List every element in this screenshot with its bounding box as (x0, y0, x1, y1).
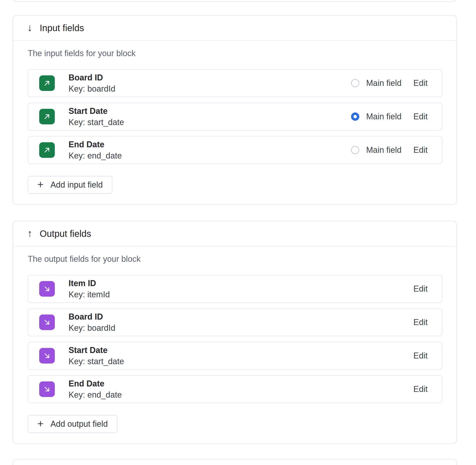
main-field-label[interactable]: Main field (366, 112, 401, 121)
previous-card-partial (13, 0, 457, 2)
field-text: End Date Key: end_date (68, 379, 122, 399)
main-field-label[interactable]: Main field (366, 145, 401, 155)
plus-icon: + (37, 179, 44, 190)
input-field-row: Board ID Key: boardId Main field Edit (28, 69, 442, 97)
edit-button[interactable]: Edit (413, 145, 428, 155)
row-controls: Main field Edit (351, 112, 428, 121)
arrow-up-right-icon (39, 109, 55, 124)
field-name: End Date (68, 140, 122, 149)
row-controls: Edit (413, 384, 428, 394)
arrow-up-right-icon (39, 75, 55, 91)
main-field-radio[interactable] (351, 113, 359, 121)
arrow-down-right-icon (39, 281, 55, 297)
field-name: Board ID (68, 73, 115, 82)
edit-button[interactable]: Edit (413, 78, 428, 88)
edit-button[interactable]: Edit (413, 351, 428, 360)
arrow-down-right-icon (39, 381, 55, 397)
row-controls: Main field Edit (351, 145, 428, 155)
input-field-row: End Date Key: end_date Main field Edit (28, 136, 442, 164)
field-text: Start Date Key: start_date (68, 106, 124, 127)
field-name: Item ID (68, 279, 110, 288)
field-text: Start Date Key: start_date (68, 346, 124, 366)
field-key: Key: end_date (68, 151, 122, 160)
field-text: End Date Key: end_date (68, 140, 122, 160)
arrow-up-right-icon (39, 142, 55, 158)
row-controls: Main field Edit (351, 78, 428, 88)
field-key: Key: boardId (68, 323, 115, 333)
add-output-field-label: Add output field (50, 419, 108, 429)
input-field-row: Start Date Key: start_date Main field Ed… (28, 103, 442, 131)
arrow-up-icon: ↑ (27, 228, 32, 238)
main-field-radio[interactable] (351, 146, 359, 154)
field-text: Item ID Key: itemId (68, 279, 110, 299)
field-name: End Date (68, 379, 122, 388)
field-text: Board ID Key: boardId (68, 73, 115, 93)
output-fields-header: ↑ Output fields (13, 221, 456, 246)
field-key: Key: itemId (68, 290, 110, 299)
next-card-partial (13, 459, 457, 465)
edit-button[interactable]: Edit (413, 317, 428, 327)
field-name: Board ID (68, 312, 115, 321)
field-key: Key: boardId (68, 84, 115, 94)
arrow-down-right-icon (39, 348, 55, 363)
edit-button[interactable]: Edit (413, 284, 428, 294)
input-fields-card: ↓ Input fields The input fields for your… (13, 15, 457, 205)
field-name: Start Date (68, 106, 124, 116)
input-fields-description: The input fields for your block (28, 49, 442, 58)
field-key: Key: start_date (68, 118, 124, 127)
main-field-label[interactable]: Main field (366, 78, 401, 88)
output-fields-title: Output fields (40, 229, 91, 239)
row-controls: Edit (413, 284, 428, 294)
field-key: Key: start_date (68, 357, 124, 366)
row-controls: Edit (413, 351, 428, 360)
output-field-row: End Date Key: end_date Edit (28, 375, 442, 403)
field-name: Start Date (68, 346, 124, 355)
settings-page-content: ↓ Input fields The input fields for your… (0, 0, 476, 465)
add-input-field-label: Add input field (50, 180, 103, 190)
arrow-down-right-icon (39, 315, 55, 330)
edit-button[interactable]: Edit (413, 112, 428, 121)
output-fields-body: The output fields for your block Item ID… (13, 246, 456, 444)
plus-icon: + (37, 418, 44, 429)
output-fields-description: The output fields for your block (28, 254, 442, 264)
add-input-field-button[interactable]: + Add input field (28, 176, 112, 194)
input-fields-body: The input fields for your block Board ID… (13, 41, 456, 204)
input-fields-title: Input fields (40, 23, 84, 33)
input-fields-header: ↓ Input fields (13, 16, 456, 41)
field-key: Key: end_date (68, 390, 122, 400)
edit-button[interactable]: Edit (413, 384, 428, 394)
row-controls: Edit (413, 317, 428, 327)
output-fields-card: ↑ Output fields The output fields for yo… (13, 221, 457, 444)
main-field-radio[interactable] (351, 79, 359, 87)
field-text: Board ID Key: boardId (68, 312, 115, 332)
output-field-row: Board ID Key: boardId Edit (28, 308, 442, 336)
add-output-field-button[interactable]: + Add output field (28, 415, 117, 433)
output-field-row: Item ID Key: itemId Edit (28, 275, 442, 303)
output-field-row: Start Date Key: start_date Edit (28, 342, 442, 370)
arrow-down-icon: ↓ (27, 23, 32, 33)
